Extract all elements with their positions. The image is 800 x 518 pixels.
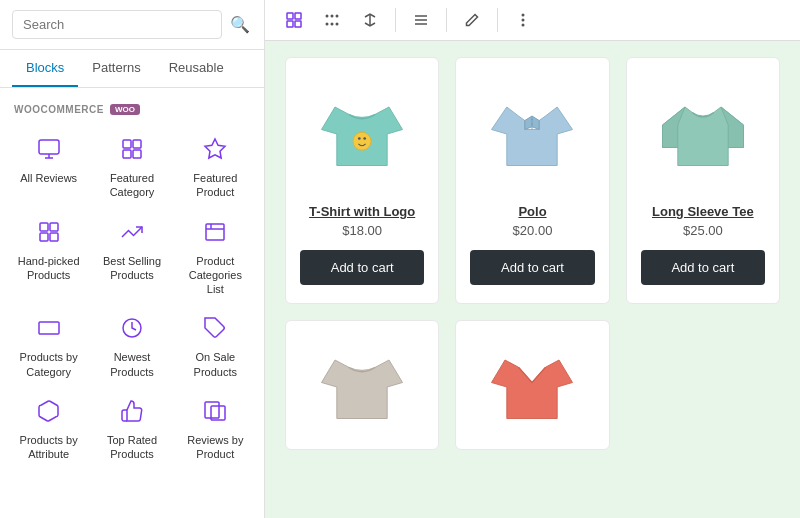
more-options-button[interactable] — [506, 6, 540, 34]
block-featured-category[interactable]: Featured Category — [91, 127, 172, 208]
dots-button[interactable] — [315, 6, 349, 34]
block-label-on-sale: On Sale Products — [181, 350, 250, 379]
product-card-empty — [626, 320, 780, 450]
product-price-polo: $20.00 — [513, 223, 553, 238]
svg-point-34 — [353, 132, 371, 150]
svg-point-24 — [336, 15, 339, 18]
toolbar-divider-1 — [395, 8, 396, 32]
svg-rect-19 — [295, 13, 301, 19]
block-on-sale[interactable]: On Sale Products — [175, 306, 256, 387]
add-to-cart-tshirt-logo[interactable]: Add to cart — [300, 250, 424, 285]
svg-point-31 — [522, 14, 525, 17]
svg-rect-10 — [206, 224, 224, 240]
featured-category-icon — [120, 137, 144, 165]
main-area: T-Shirt with Logo $18.00 Add to cart — [265, 0, 800, 518]
svg-point-27 — [336, 23, 339, 26]
svg-rect-6 — [40, 223, 48, 231]
svg-rect-3 — [123, 150, 131, 158]
block-products-by-category[interactable]: Products by Category — [8, 306, 89, 387]
sidebar-content: WOOCOMMERCE Woo All Reviews — [0, 88, 264, 518]
product-card-polo: Polo $20.00 Add to cart — [455, 57, 609, 304]
product-name-tshirt-logo: T-Shirt with Logo — [309, 204, 415, 219]
svg-point-36 — [364, 137, 367, 140]
svg-rect-18 — [287, 13, 293, 19]
block-best-selling[interactable]: Best Selling Products — [91, 210, 172, 305]
product-card-vneck — [455, 320, 609, 450]
toolbar — [265, 0, 800, 41]
svg-point-39 — [532, 123, 534, 125]
block-label-reviews-by-product: Reviews by Product — [181, 433, 250, 462]
block-label-featured-product: Featured Product — [181, 171, 250, 200]
svg-point-25 — [326, 23, 329, 26]
block-label-products-by-category: Products by Category — [14, 350, 83, 379]
svg-point-22 — [326, 15, 329, 18]
product-price-tshirt-logo: $18.00 — [342, 223, 382, 238]
svg-point-32 — [522, 19, 525, 22]
toolbar-divider-3 — [497, 8, 498, 32]
product-card-tshirt-plain — [285, 320, 439, 450]
svg-point-38 — [532, 119, 534, 121]
search-button[interactable]: 🔍 — [228, 13, 252, 36]
block-label-newest: Newest Products — [97, 350, 166, 379]
featured-product-icon — [203, 137, 227, 165]
newest-icon — [120, 316, 144, 344]
product-name-polo: Polo — [518, 204, 546, 219]
svg-point-23 — [331, 15, 334, 18]
block-label-all-reviews: All Reviews — [20, 171, 77, 185]
svg-rect-2 — [133, 140, 141, 148]
reviews-by-product-icon — [203, 399, 227, 427]
products-row-1: T-Shirt with Logo $18.00 Add to cart — [285, 57, 780, 304]
product-image-vneck — [470, 337, 594, 437]
products-area: T-Shirt with Logo $18.00 Add to cart — [265, 41, 800, 518]
block-label-product-categories: Product Categories List — [181, 254, 250, 297]
product-price-long-sleeve: $25.00 — [683, 223, 723, 238]
handpicked-icon — [37, 220, 61, 248]
products-by-category-icon — [37, 316, 61, 344]
svg-point-35 — [358, 137, 361, 140]
product-card-long-sleeve: Long Sleeve Tee $25.00 Add to cart — [626, 57, 780, 304]
product-image-long-sleeve — [641, 74, 765, 194]
svg-rect-8 — [40, 233, 48, 241]
product-image-polo — [470, 74, 594, 194]
block-label-products-by-attribute: Products by Attribute — [14, 433, 83, 462]
search-input[interactable] — [12, 10, 222, 39]
svg-point-26 — [331, 23, 334, 26]
blocks-grid: All Reviews Featured Category — [0, 123, 264, 474]
block-newest[interactable]: Newest Products — [91, 306, 172, 387]
product-categories-icon — [203, 220, 227, 248]
products-row-2 — [285, 320, 780, 450]
product-image-tshirt-plain — [300, 337, 424, 437]
tab-blocks[interactable]: Blocks — [12, 50, 78, 87]
svg-rect-0 — [39, 140, 59, 154]
menu-button[interactable] — [404, 6, 438, 34]
add-to-cart-long-sleeve[interactable]: Add to cart — [641, 250, 765, 285]
block-products-by-attribute[interactable]: Products by Attribute — [8, 389, 89, 470]
block-label-top-rated: Top Rated Products — [97, 433, 166, 462]
block-all-reviews[interactable]: All Reviews — [8, 127, 89, 208]
block-product-categories[interactable]: Product Categories List — [175, 210, 256, 305]
block-top-rated[interactable]: Top Rated Products — [91, 389, 172, 470]
block-handpicked[interactable]: Hand-picked Products — [8, 210, 89, 305]
arrows-button[interactable] — [353, 6, 387, 34]
svg-rect-4 — [133, 150, 141, 158]
grid-layout-button[interactable] — [277, 6, 311, 34]
block-reviews-by-product[interactable]: Reviews by Product — [175, 389, 256, 470]
tabs-row: Blocks Patterns Reusable — [0, 50, 264, 88]
svg-rect-9 — [50, 233, 58, 241]
block-label-handpicked: Hand-picked Products — [14, 254, 83, 283]
block-label-featured-category: Featured Category — [97, 171, 166, 200]
products-by-attribute-icon — [37, 399, 61, 427]
best-selling-icon — [120, 220, 144, 248]
svg-marker-5 — [205, 139, 225, 158]
block-featured-product[interactable]: Featured Product — [175, 127, 256, 208]
search-bar: 🔍 — [0, 0, 264, 50]
toolbar-divider-2 — [446, 8, 447, 32]
svg-rect-7 — [50, 223, 58, 231]
svg-rect-20 — [287, 21, 293, 27]
tab-patterns[interactable]: Patterns — [78, 50, 154, 87]
tab-reusable[interactable]: Reusable — [155, 50, 238, 87]
add-to-cart-polo[interactable]: Add to cart — [470, 250, 594, 285]
pencil-button[interactable] — [455, 6, 489, 34]
product-card-tshirt-logo: T-Shirt with Logo $18.00 Add to cart — [285, 57, 439, 304]
top-rated-icon — [120, 399, 144, 427]
